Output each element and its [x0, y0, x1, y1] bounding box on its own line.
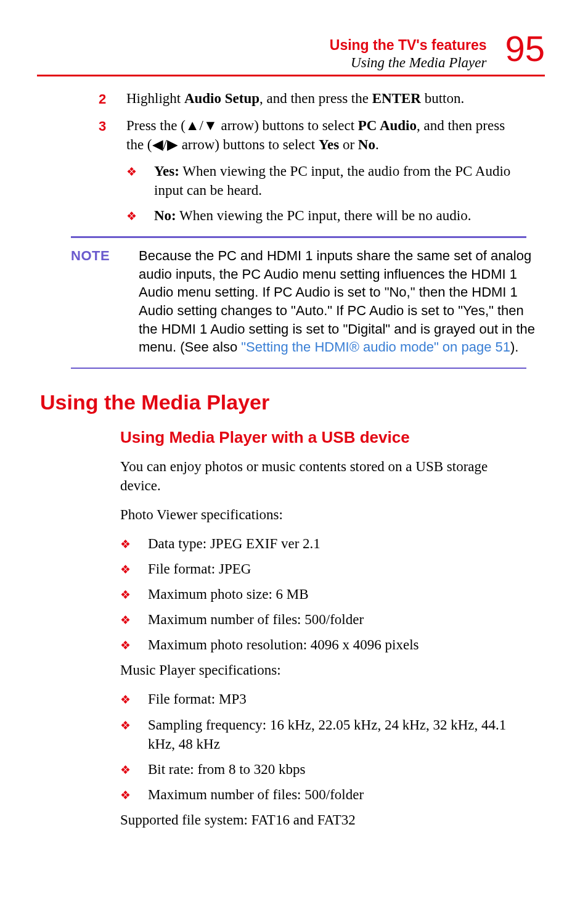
arrow-up-down-icon: ▲/▼ — [186, 116, 218, 135]
subsection-heading: Using Media Player with a USB device — [120, 428, 545, 447]
header-subtitle: Using the Media Player — [330, 55, 487, 71]
header-text-block: Using the TV's features Using the Media … — [330, 31, 487, 71]
step-2: 2 Highlight Audio Setup, and then press … — [99, 89, 520, 109]
sub-bullet-yes: ❖ Yes: When viewing the PC input, the au… — [126, 162, 520, 200]
header-title: Using the TV's features — [330, 37, 487, 54]
diamond-icon: ❖ — [120, 585, 148, 604]
music-spec-list: ❖ File format: MP3 ❖ Sampling frequency:… — [120, 689, 520, 804]
list-item: ❖ Bit rate: from 8 to 320 kbps — [120, 760, 520, 779]
diamond-icon: ❖ — [120, 559, 148, 578]
list-item: ❖ Maximum photo size: 6 MB — [120, 585, 520, 604]
body-paragraph: Supported file system: FAT16 and FAT32 — [120, 810, 520, 829]
numbered-steps: 2 Highlight Audio Setup, and then press … — [99, 89, 520, 154]
list-item: ❖ Sampling frequency: 16 kHz, 22.05 kHz,… — [120, 715, 520, 754]
body-paragraph: You can enjoy photos or music contents s… — [120, 457, 520, 495]
list-item: ❖ Maximum number of files: 500/folder — [120, 785, 520, 804]
diamond-icon: ❖ — [120, 635, 148, 654]
step-number: 2 — [99, 89, 126, 109]
step-3: 3 Press the (▲/▼ arrow) buttons to selec… — [99, 116, 520, 154]
diamond-icon: ❖ — [120, 760, 148, 779]
diamond-icon: ❖ — [120, 534, 148, 553]
note-text: Because the PC and HDMI 1 inputs share t… — [139, 247, 536, 356]
section-heading: Using the Media Player — [40, 390, 545, 414]
step-number: 3 — [99, 116, 126, 154]
arrow-left-right-icon: ◀/▶ — [152, 135, 178, 154]
note-divider-bottom — [71, 368, 526, 369]
diamond-icon: ❖ — [120, 785, 148, 804]
list-item: ❖ Data type: JPEG EXIF ver 2.1 — [120, 534, 520, 553]
page-number: 95 — [505, 31, 545, 67]
header-divider — [37, 75, 545, 76]
note-block: NOTE Because the PC and HDMI 1 inputs sh… — [71, 236, 536, 369]
page-header: Using the TV's features Using the Media … — [37, 31, 545, 71]
list-item: ❖ Maximum number of files: 500/folder — [120, 610, 520, 629]
sub-bullet-list: ❖ Yes: When viewing the PC input, the au… — [126, 162, 520, 225]
body-paragraph: Photo Viewer specifications: — [120, 505, 520, 524]
diamond-icon: ❖ — [120, 689, 148, 709]
photo-spec-list: ❖ Data type: JPEG EXIF ver 2.1 ❖ File fo… — [120, 534, 520, 654]
note-link[interactable]: "Setting the HDMI® audio mode" on page 5… — [241, 339, 510, 355]
sub-bullet-no: ❖ No: When viewing the PC input, there w… — [126, 206, 520, 225]
list-item: ❖ File format: MP3 — [120, 689, 520, 709]
body-paragraph: Music Player specifications: — [120, 660, 520, 680]
list-item: ❖ Maximum photo resolution: 4096 x 4096 … — [120, 635, 520, 654]
list-item: ❖ File format: JPEG — [120, 559, 520, 578]
step-text: Highlight Audio Setup, and then press th… — [126, 89, 520, 109]
diamond-icon: ❖ — [120, 715, 148, 754]
diamond-icon: ❖ — [126, 162, 154, 200]
step-text: Press the (▲/▼ arrow) buttons to select … — [126, 116, 520, 154]
diamond-icon: ❖ — [120, 610, 148, 629]
note-label: NOTE — [71, 247, 120, 356]
diamond-icon: ❖ — [126, 206, 154, 225]
